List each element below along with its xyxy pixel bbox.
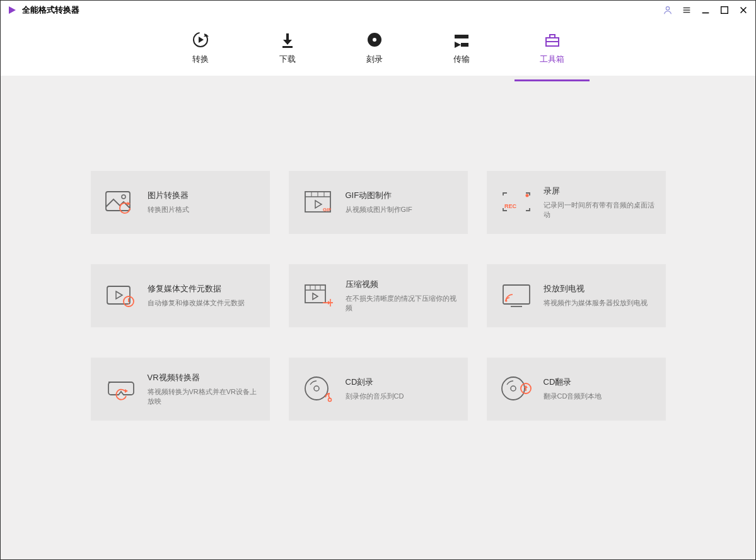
titlebar: 全能格式转换器 (1, 1, 755, 20)
svg-marker-10 (199, 37, 204, 43)
app-title: 全能格式转换器 (22, 4, 79, 16)
card-text: VR视频转换器 将视频转换为VR格式并在VR设备上放映 (148, 372, 259, 407)
svg-text:REC: REC (504, 203, 517, 209)
fix-metadata-icon (102, 277, 139, 314)
nav-download[interactable]: 下载 (266, 25, 309, 71)
gif-maker-icon: GIF (300, 184, 337, 221)
screen-recorder-icon: REC (498, 184, 535, 221)
nav-label: 传输 (453, 54, 470, 65)
svg-rect-21 (550, 35, 555, 38)
card-title: 投放到电视 (544, 283, 654, 295)
download-icon (279, 31, 296, 49)
transfer-icon (453, 31, 470, 49)
svg-point-1 (666, 7, 669, 10)
card-desc: 自动修复和修改媒体文件元数据 (148, 298, 259, 308)
svg-point-58 (511, 386, 516, 391)
convert-icon (192, 31, 209, 49)
nav-burn[interactable]: 刻录 (353, 25, 396, 71)
tool-image-converter[interactable]: 图片转换器 转换图片格式 (91, 171, 270, 234)
card-desc: 刻录你的音乐到CD (346, 392, 457, 401)
card-title: VR视频转换器 (148, 372, 259, 383)
svg-point-33 (525, 194, 528, 197)
svg-point-39 (128, 303, 129, 305)
svg-marker-31 (315, 201, 322, 208)
tool-vr-converter[interactable]: VR视频转换器 将视频转换为VR格式并在VR设备上放映 (91, 358, 270, 421)
cast-tv-icon (498, 277, 535, 314)
svg-point-56 (328, 399, 331, 402)
tools-grid: 图片转换器 转换图片格式 GIF GIF动图制作 从视频或图片制作GIF (1, 171, 755, 421)
card-title: 修复媒体文件元数据 (148, 283, 259, 295)
svg-rect-6 (721, 7, 728, 14)
card-text: 修复媒体文件元数据 自动修复和修改媒体文件元数据 (148, 283, 259, 308)
tool-gif-maker[interactable]: GIF GIF动图制作 从视频或图片制作GIF (289, 171, 468, 234)
close-button[interactable] (738, 4, 749, 16)
cd-burn-icon (300, 371, 337, 407)
nav-convert[interactable]: 转换 (179, 25, 222, 71)
nav-toolbox[interactable]: 工具箱 (527, 25, 577, 71)
svg-rect-14 (282, 46, 293, 48)
card-text: 压缩视频 在不损失清晰度的情况下压缩你的视频 (346, 279, 457, 313)
card-text: 图片转换器 转换图片格式 (148, 190, 259, 214)
menu-icon[interactable] (681, 4, 692, 16)
tool-fix-metadata[interactable]: 修复媒体文件元数据 自动修复和修改媒体文件元数据 (91, 264, 270, 327)
card-title: GIF动图制作 (346, 190, 457, 201)
main-nav: 转换 下载 刻录 传输 (1, 20, 755, 76)
card-desc: 将视频转换为VR格式并在VR设备上放映 (148, 387, 259, 407)
svg-rect-23 (106, 192, 130, 211)
card-desc: 记录同一时间所有带有音频的桌面活动 (544, 201, 654, 220)
card-desc: 转换图片格式 (148, 205, 259, 214)
toolbox-icon (544, 31, 561, 49)
maximize-button[interactable] (719, 4, 730, 16)
svg-text:GIF: GIF (323, 207, 331, 213)
image-converter-icon (102, 184, 139, 221)
nav-label: 转换 (192, 54, 209, 65)
card-title: 压缩视频 (346, 279, 457, 290)
svg-rect-17 (455, 35, 468, 38)
svg-marker-45 (313, 293, 318, 300)
svg-point-54 (305, 377, 328, 400)
card-title: CD翻录 (544, 376, 654, 388)
compress-video-icon (300, 277, 337, 314)
cd-rip-icon (498, 371, 535, 407)
card-text: 录屏 记录同一时间所有带有音频的桌面活动 (544, 185, 654, 220)
window-controls (662, 1, 749, 20)
app-window: 全能格式转换器 转换 (0, 0, 756, 560)
svg-point-52 (505, 300, 507, 302)
card-title: CD刻录 (346, 376, 457, 388)
svg-marker-18 (455, 42, 461, 48)
app-logo-icon (7, 5, 17, 15)
card-text: GIF动图制作 从视频或图片制作GIF (346, 190, 457, 214)
user-icon[interactable] (662, 4, 673, 16)
card-desc: 在不损失清晰度的情况下压缩你的视频 (346, 294, 457, 313)
svg-marker-0 (9, 6, 16, 14)
card-title: 图片转换器 (148, 190, 259, 201)
svg-marker-53 (125, 389, 128, 393)
svg-point-55 (314, 386, 319, 391)
tool-cd-burn[interactable]: CD刻录 刻录你的音乐到CD (289, 358, 468, 421)
svg-marker-13 (283, 40, 292, 45)
card-desc: 将视频作为媒体服务器投放到电视 (544, 298, 654, 308)
tool-compress-video[interactable]: 压缩视频 在不损失清晰度的情况下压缩你的视频 (289, 264, 468, 327)
tool-cast-tv[interactable]: 投放到电视 将视频作为媒体服务器投放到电视 (487, 264, 666, 327)
svg-rect-35 (107, 286, 130, 304)
card-desc: 翻录CD音频到本地 (544, 392, 654, 401)
nav-label: 下载 (279, 54, 296, 65)
svg-marker-36 (116, 291, 122, 299)
nav-label: 工具箱 (540, 54, 564, 65)
tool-cd-rip[interactable]: CD翻录 翻录CD音频到本地 (487, 358, 666, 421)
svg-rect-19 (461, 43, 468, 47)
main-content: 图片转换器 转换图片格式 GIF GIF动图制作 从视频或图片制作GIF (1, 76, 755, 559)
card-desc: 从视频或图片制作GIF (346, 205, 457, 214)
svg-rect-12 (286, 33, 289, 40)
nav-transfer[interactable]: 传输 (440, 25, 483, 71)
vr-converter-icon (102, 371, 139, 407)
card-title: 录屏 (544, 185, 654, 197)
nav-label: 刻录 (366, 54, 383, 65)
tool-screen-recorder[interactable]: REC 录屏 记录同一时间所有带有音频的桌面活动 (487, 171, 666, 234)
card-text: CD刻录 刻录你的音乐到CD (346, 376, 457, 401)
minimize-button[interactable] (700, 4, 711, 16)
card-text: CD翻录 翻录CD音频到本地 (544, 376, 654, 401)
svg-point-24 (122, 195, 125, 199)
card-text: 投放到电视 将视频作为媒体服务器投放到电视 (544, 283, 654, 308)
svg-point-16 (373, 38, 376, 42)
